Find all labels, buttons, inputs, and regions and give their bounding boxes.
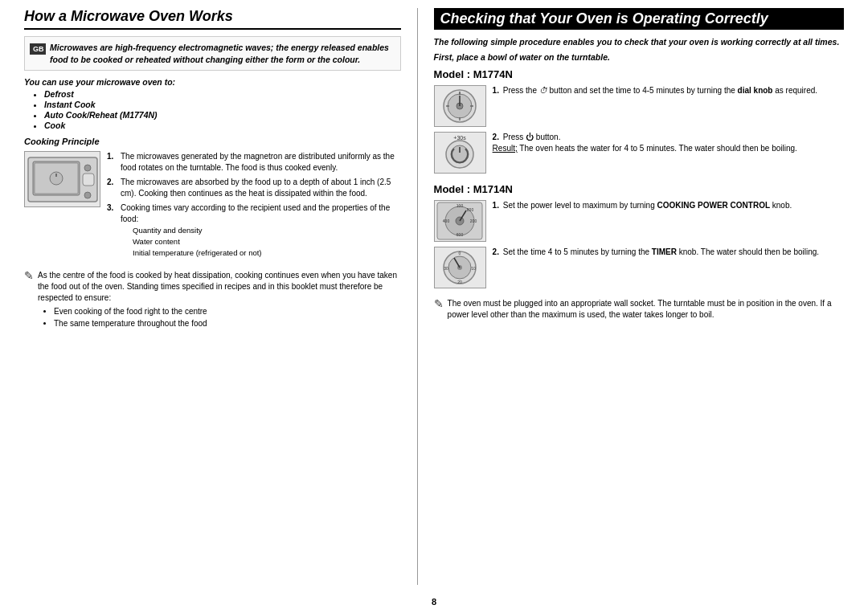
pencil-icon: ✎ [24, 268, 34, 284]
svg-point-4 [84, 165, 91, 171]
svg-text:0: 0 [458, 251, 461, 255]
left-section-header: How a Microwave Oven Works [24, 8, 401, 30]
svg-text:400: 400 [443, 219, 450, 223]
right-pencil-icon: ✎ [434, 296, 444, 313]
oven-image [24, 151, 100, 207]
model-1714n-header: Model : M1714N [434, 183, 844, 195]
step-3-text-content: Cooking times vary according to the reci… [121, 202, 401, 259]
model2-step2: 0 10 20 30 2. Set the time 4 to 5 minute… [434, 247, 844, 288]
use-item-3: Auto Cook/Reheat (M1774N) [44, 110, 401, 120]
model1-step2: +30s 2. Press ⏻ button. Result; The oven… [434, 132, 844, 174]
step-2: 2. The microwaves are absorbed by the fo… [107, 177, 401, 198]
note-item-2: The same temperature throughout the food [54, 318, 401, 329]
intro-block: GB Microwaves are high-frequency electro… [24, 36, 401, 71]
svg-text:30: 30 [444, 266, 448, 271]
right-note-text: The oven must be plugged into an appropr… [448, 298, 844, 321]
timer-knob-image: 0 10 20 30 [434, 247, 486, 288]
step-1-num: 1. [107, 151, 117, 173]
step-3: 3. Cooking times vary according to the r… [107, 202, 401, 259]
right-intro-text: The following simple procedure enables y… [434, 36, 844, 48]
model1-step1: 1. Press the ⏱ button and set the time t… [434, 85, 844, 127]
cooking-steps-list: 1. The microwaves generated by the magne… [107, 151, 401, 263]
note-text: As the centre of the food is cooked by h… [38, 271, 397, 302]
right-sub-intro: First, place a bowl of water on the turn… [434, 52, 844, 62]
step-1-text: The microwaves generated by the magnetro… [121, 151, 401, 173]
power-control-image: 100 200 400 600 800 [434, 200, 486, 242]
sub-item-3: Initial temperature (refrigerated or not… [133, 248, 401, 259]
model2-step1-text: 1. Set the power level to maximum by tur… [493, 200, 844, 211]
note-list: Even cooking of the food right to the ce… [54, 306, 401, 329]
sub-item-1: Quantity and density [133, 226, 401, 236]
model2-step1: 100 200 400 600 800 1. Set the power lev… [434, 200, 844, 242]
intro-text: Microwaves are high-frequency electromag… [50, 42, 395, 65]
cooking-principle-header: Cooking Principle [24, 137, 401, 146]
cooking-steps-section: 1. The microwaves generated by the magne… [24, 151, 401, 263]
svg-text:20: 20 [457, 280, 462, 284]
svg-text:100: 100 [457, 203, 464, 208]
use-list-header: You can use your microwave oven to: [24, 77, 401, 87]
use-list: Defrost Instant Cook Auto Cook/Reheat (M… [44, 89, 401, 130]
model-1714n-section: Model : M1714N 100 200 400 [434, 183, 844, 288]
right-section-header: Checking that Your Oven is Operating Cor… [434, 8, 844, 30]
model2-step2-text: 2. Set the time 4 to 5 minutes by turnin… [493, 247, 844, 258]
svg-text:200: 200 [470, 219, 477, 223]
use-item-1: Defrost [44, 89, 401, 99]
right-column: Checking that Your Oven is Operating Cor… [418, 8, 844, 585]
gb-badge: GB [30, 43, 46, 55]
result-label: Result; [493, 144, 518, 153]
right-note-block: ✎ The oven must be plugged into an appro… [434, 298, 844, 321]
step-3-num: 3. [107, 202, 117, 259]
note-item-1: Even cooking of the food right to the ce… [54, 306, 401, 317]
dial-knob-image [434, 85, 486, 127]
note-content: As the centre of the food is cooked by h… [38, 270, 401, 330]
svg-rect-3 [83, 174, 94, 186]
page-number: 8 [0, 593, 868, 613]
model-1774n-section: Model : M1774N [434, 68, 844, 174]
step-3-sub-list: Quantity and density Water content Initi… [133, 226, 401, 258]
power-button-image: +30s [434, 132, 486, 174]
left-column: How a Microwave Oven Works GB Microwaves… [24, 8, 418, 585]
svg-text:+30s: +30s [453, 135, 466, 141]
use-item-2: Instant Cook [44, 100, 401, 109]
svg-text:600: 600 [457, 232, 464, 237]
step-1: 1. The microwaves generated by the magne… [107, 151, 401, 173]
svg-text:800: 800 [467, 207, 474, 212]
step-2-num: 2. [107, 177, 117, 198]
step-2-text: The microwaves are absorbed by the food … [121, 177, 401, 198]
model-1774n-header: Model : M1774N [434, 68, 844, 80]
model1-step2-text: 2. Press ⏻ button. Result; The oven heat… [493, 132, 844, 154]
left-note-block: ✎ As the centre of the food is cooked by… [24, 270, 401, 330]
use-item-4: Cook [44, 121, 401, 130]
svg-point-5 [84, 192, 91, 198]
model1-step1-text: 1. Press the ⏱ button and set the time t… [493, 85, 844, 96]
sub-item-2: Water content [133, 237, 401, 247]
svg-text:10: 10 [471, 266, 476, 271]
